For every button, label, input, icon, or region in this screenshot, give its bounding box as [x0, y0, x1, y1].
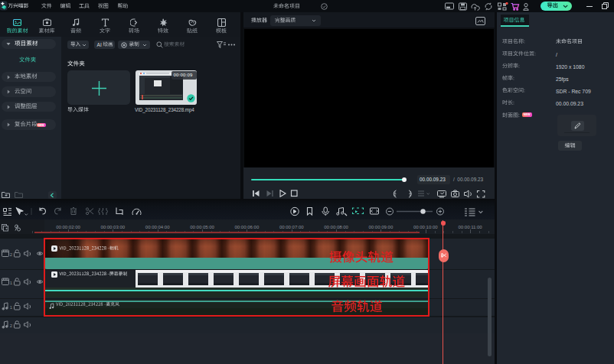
svg-text:1: 1	[10, 281, 13, 285]
svg-text:2: 2	[10, 252, 13, 257]
svg-text:2: 2	[10, 323, 13, 328]
svg-text:1: 1	[10, 305, 13, 310]
